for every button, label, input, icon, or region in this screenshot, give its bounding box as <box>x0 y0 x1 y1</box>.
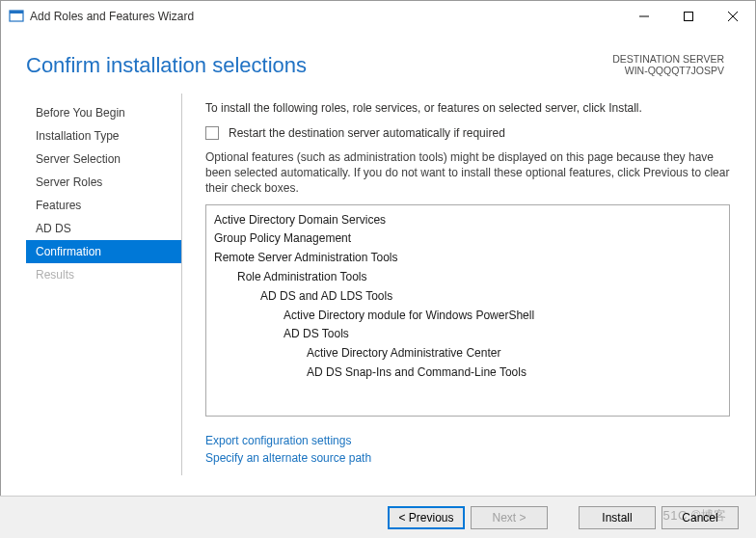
list-item: AD DS and AD LDS Tools <box>214 287 721 307</box>
maximize-button[interactable] <box>666 2 711 31</box>
window-title: Add Roles and Features Wizard <box>30 10 622 23</box>
minimize-button[interactable] <box>622 2 666 31</box>
nav-features[interactable]: Features <box>26 194 181 217</box>
sidebar: Before You Begin Installation Type Serve… <box>26 94 182 475</box>
list-item: Role Administration Tools <box>214 268 721 287</box>
nav-server-roles[interactable]: Server Roles <box>26 171 181 194</box>
nav-server-selection[interactable]: Server Selection <box>26 148 181 171</box>
svg-rect-1 <box>10 11 23 13</box>
close-button[interactable] <box>711 2 755 31</box>
restart-checkbox-row[interactable]: Restart the destination server automatic… <box>205 126 730 140</box>
list-item: AD DS Snap-Ins and Command-Line Tools <box>214 363 721 383</box>
nav-results: Results <box>26 263 181 286</box>
export-config-link[interactable]: Export configuration settings <box>205 432 730 449</box>
destination-info: DESTINATION SERVER WIN-QQQQT7JOSPV <box>612 53 724 76</box>
content: To install the following roles, role ser… <box>182 94 730 475</box>
list-item: Remote Server Administration Tools <box>214 249 721 268</box>
optional-features-note: Optional features (such as administratio… <box>205 149 730 197</box>
previous-button[interactable]: < Previous <box>388 506 465 529</box>
titlebar: Add Roles and Features Wizard <box>1 1 755 32</box>
list-item: Active Directory Domain Services <box>214 211 721 230</box>
links: Export configuration settings Specify an… <box>205 432 730 467</box>
install-button[interactable]: Install <box>579 506 656 529</box>
svg-rect-3 <box>685 13 693 21</box>
list-item: Active Directory Administrative Center <box>214 344 721 363</box>
selections-list: Active Directory Domain Services Group P… <box>205 204 730 417</box>
header: Confirm installation selections DESTINAT… <box>1 32 755 94</box>
cancel-button[interactable]: Cancel <box>662 506 739 529</box>
list-item: AD DS Tools <box>214 325 721 344</box>
list-item: Active Directory module for Windows Powe… <box>214 307 721 326</box>
page-title: Confirm installation selections <box>26 53 307 78</box>
footer: < Previous Next > Install Cancel <box>0 496 756 538</box>
restart-checkbox[interactable] <box>205 126 219 140</box>
restart-checkbox-label: Restart the destination server automatic… <box>229 126 505 140</box>
destination-label: DESTINATION SERVER <box>612 53 724 65</box>
window-controls <box>622 2 755 31</box>
app-icon <box>9 9 24 24</box>
alternate-path-link[interactable]: Specify an alternate source path <box>205 449 730 467</box>
nav-ad-ds[interactable]: AD DS <box>26 217 181 240</box>
next-button: Next > <box>471 506 548 529</box>
list-item: Group Policy Management <box>214 229 721 249</box>
nav-confirmation[interactable]: Confirmation <box>26 240 181 263</box>
intro-text: To install the following roles, role ser… <box>205 101 730 115</box>
nav-before-you-begin[interactable]: Before You Begin <box>26 101 181 124</box>
nav-installation-type[interactable]: Installation Type <box>26 124 181 148</box>
destination-server: WIN-QQQQT7JOSPV <box>612 65 724 76</box>
